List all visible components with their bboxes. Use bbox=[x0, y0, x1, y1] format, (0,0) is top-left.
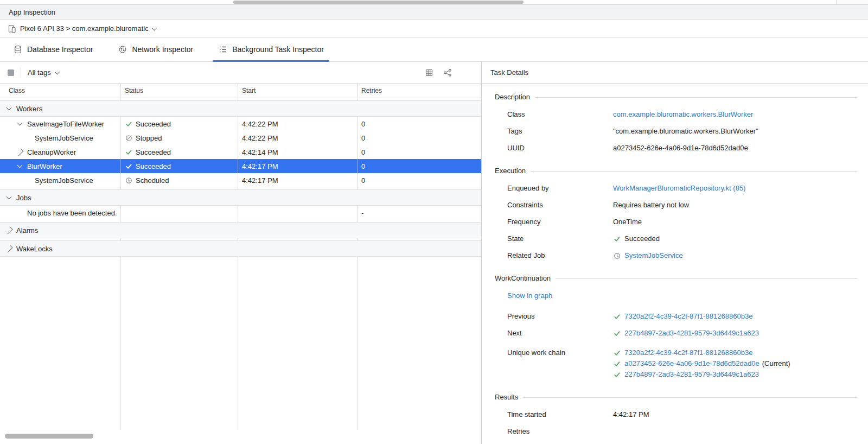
group-row-jobs[interactable]: Jobs bbox=[0, 189, 481, 206]
detail-values: WorkManagerBluromaticRepository.kt (85) bbox=[613, 183, 857, 194]
check-icon bbox=[613, 329, 621, 337]
start-time: 4:42:22 PM bbox=[242, 120, 278, 128]
detail-values: 227b4897-2ad3-4281-9579-3d6449c1a623 bbox=[613, 328, 857, 339]
tags-filter-dropdown[interactable]: All tags bbox=[28, 68, 59, 77]
horizontal-scrollbar-track[interactable] bbox=[0, 430, 481, 444]
value-text: "com.example.bluromatic.workers.BlurWork… bbox=[613, 126, 758, 136]
details-title: Task Details bbox=[490, 68, 528, 77]
graph-view-button[interactable] bbox=[443, 68, 452, 77]
detail-label: Unique work chain bbox=[507, 348, 613, 358]
group-row-workers[interactable]: Workers bbox=[0, 100, 481, 117]
database-icon bbox=[13, 45, 22, 54]
chevron-right-icon bbox=[5, 247, 12, 251]
retries-count: 0 bbox=[361, 120, 365, 128]
table-view-button[interactable] bbox=[424, 68, 433, 77]
detail-value: 227b4897-2ad3-4281-9579-3d6449c1a623 bbox=[613, 370, 857, 379]
process-selector-label: Pixel 6 API 33 > com.example.bluromatic bbox=[20, 24, 149, 33]
stop-inspection-button[interactable] bbox=[8, 69, 14, 76]
detail-values: 7320a2f2-4c39-4c2f-87f1-881268860b3ea027… bbox=[613, 348, 857, 380]
detail-row-uuid: UUIDa0273452-626e-4a06-9d1e-78d6d52dad0e bbox=[495, 143, 857, 154]
process-selector[interactable]: Pixel 6 API 33 > com.example.bluromatic bbox=[0, 20, 868, 37]
tab-database-inspector[interactable]: Database Inspector bbox=[4, 37, 101, 61]
check-icon bbox=[125, 162, 132, 170]
retries-count: 0 bbox=[361, 162, 365, 170]
status-label: Scheduled bbox=[136, 176, 169, 185]
class-name: SystemJobService bbox=[35, 176, 93, 185]
detail-value: 4:42:17 PM bbox=[613, 410, 857, 420]
section-header: WorkContinuation bbox=[495, 274, 857, 283]
detail-values: Succeeded bbox=[613, 234, 857, 245]
panel-header: App Inspection bbox=[0, 4, 868, 20]
task-row-systemjobservice[interactable]: SystemJobServiceScheduled4:42:17 PM0 bbox=[0, 173, 481, 187]
column-header-retries[interactable]: Retries bbox=[357, 87, 481, 94]
check-icon bbox=[613, 371, 621, 378]
horizontal-scrollbar-thumb[interactable] bbox=[5, 434, 93, 439]
editor-scrollbar-track[interactable] bbox=[0, 0, 868, 4]
section-title: Description bbox=[495, 92, 530, 102]
section-divider bbox=[523, 397, 857, 398]
class-name: BlurWorker bbox=[27, 162, 62, 170]
column-header-status[interactable]: Status bbox=[120, 87, 238, 94]
editor-scrollbar-thumb[interactable] bbox=[233, 1, 524, 4]
chevron-down-icon bbox=[54, 69, 60, 74]
value-link[interactable]: SystemJobService bbox=[624, 251, 683, 261]
detail-label: Previous bbox=[507, 312, 613, 321]
task-row-cleanupworker[interactable]: CleanupWorkerSucceeded4:42:14 PM0 bbox=[0, 145, 481, 159]
section-title: WorkContinuation bbox=[495, 274, 551, 283]
status-cell: Succeeded bbox=[120, 159, 238, 173]
class-cell: SystemJobService bbox=[0, 131, 120, 145]
section-execution: ExecutionEnqueued byWorkManagerBluromati… bbox=[495, 166, 857, 262]
column-header-start[interactable]: Start bbox=[238, 87, 357, 94]
tags-filter-label: All tags bbox=[28, 68, 51, 77]
group-label: Alarms bbox=[16, 226, 38, 234]
status-cell: Scheduled bbox=[120, 173, 238, 187]
start-time: 4:42:22 PM bbox=[242, 134, 278, 142]
value-link[interactable]: 7320a2f2-4c39-4c2f-87f1-881268860b3e bbox=[624, 348, 752, 358]
detail-label: Related Job bbox=[507, 251, 613, 261]
table-header-row: ClassStatusStartRetries bbox=[0, 84, 481, 98]
detail-label: Enqueued by bbox=[507, 183, 613, 193]
group-row-alarms[interactable]: Alarms bbox=[0, 222, 481, 238]
start-time: 4:42:17 PM bbox=[242, 176, 278, 185]
tab-network-inspector[interactable]: Network Inspector bbox=[109, 37, 202, 61]
value-link[interactable]: 227b4897-2ad3-4281-9579-3d6449c1a623 bbox=[624, 370, 759, 379]
tab-background-task-inspector[interactable]: Background Task Inspector bbox=[209, 37, 333, 61]
panel-title: App Inspection bbox=[9, 8, 55, 16]
task-row-saveimagetofileworker[interactable]: SaveImageToFileWorkerSucceeded4:42:22 PM… bbox=[0, 117, 481, 131]
group-row-wakelocks[interactable]: WakeLocks bbox=[0, 240, 481, 257]
detail-row-retries: Retries bbox=[495, 427, 857, 436]
task-table: WorkersSaveImageToFileWorkerSucceeded4:4… bbox=[0, 98, 481, 444]
value-link[interactable]: WorkManagerBluromaticRepository.kt (85) bbox=[613, 183, 745, 193]
value-link[interactable]: 7320a2f2-4c39-4c2f-87f1-881268860b3e bbox=[624, 312, 752, 321]
table-toolbar: All tags bbox=[0, 62, 481, 84]
value-text: Requires battery not low bbox=[613, 200, 689, 210]
detail-label: Constraints bbox=[507, 200, 613, 210]
toolbar-separator bbox=[21, 67, 21, 78]
chevron-down-icon bbox=[5, 196, 12, 199]
detail-values: 7320a2f2-4c39-4c2f-87f1-881268860b3e bbox=[613, 312, 857, 322]
value-link[interactable]: 227b4897-2ad3-4281-9579-3d6449c1a623 bbox=[624, 328, 759, 338]
task-row-systemjobservice[interactable]: SystemJobServiceStopped4:42:22 PM0 bbox=[0, 131, 481, 145]
retries-cell: - bbox=[357, 206, 481, 220]
task-row-no[interactable]: No jobs have been detected.- bbox=[0, 206, 481, 220]
detail-row-related-job: Related JobSystemJobService bbox=[495, 251, 857, 262]
status-cell: Succeeded bbox=[120, 145, 238, 159]
detail-values: 4:42:17 PM bbox=[613, 410, 857, 421]
start-cell: 4:42:17 PM bbox=[238, 159, 357, 173]
status-cell bbox=[120, 206, 238, 220]
section-divider bbox=[556, 278, 857, 279]
value-link[interactable]: com.example.bluromatic.workers.BlurWorke… bbox=[613, 110, 753, 119]
start-cell bbox=[238, 206, 357, 220]
retries-cell: 0 bbox=[357, 145, 481, 159]
group-label: WakeLocks bbox=[16, 245, 53, 253]
detail-value: SystemJobService bbox=[613, 251, 857, 261]
table-empty-area bbox=[0, 257, 481, 430]
status-label: Succeeded bbox=[136, 162, 171, 170]
detail-row-unique-work-chain: Unique work chain7320a2f2-4c39-4c2f-87f1… bbox=[495, 348, 857, 380]
show-in-graph-link[interactable]: Show in graph bbox=[507, 291, 552, 300]
value-link[interactable]: a0273452-626e-4a06-9d1e-78d6d52dad0e bbox=[624, 359, 760, 369]
device-icon bbox=[7, 24, 16, 33]
task-row-blurworker[interactable]: BlurWorkerSucceeded4:42:17 PM0 bbox=[0, 159, 481, 173]
column-header-class[interactable]: Class bbox=[0, 87, 120, 94]
detail-row-state: StateSucceeded bbox=[495, 234, 857, 245]
